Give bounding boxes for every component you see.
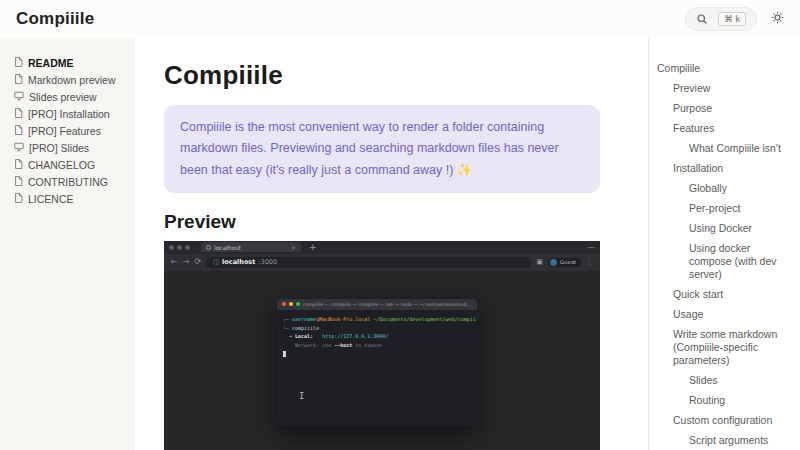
toc-item[interactable]: Purpose [657,102,792,115]
file-icon [14,57,23,69]
toc-item[interactable]: Quick start [657,288,792,301]
forward-icon[interactable]: → [183,258,190,266]
toc-item[interactable]: Usage [657,308,792,321]
browser-viewport: compiiile — compiiile — compiiile — zsh … [164,271,600,450]
tab-close-icon[interactable]: × [291,244,296,251]
site-logo[interactable]: Compiiile [16,9,94,29]
search-icon [696,13,708,25]
table-of-contents: Compiiile Preview Purpose Features What … [648,38,800,450]
toc-item[interactable]: Features [657,122,792,135]
preview-heading: Preview [164,211,600,233]
address-bar[interactable]: ⓘ localhost:3000 [206,257,531,268]
reload-icon[interactable]: ⟳ [194,258,201,266]
toc-item[interactable]: Script arguments [657,434,792,447]
new-tab-button[interactable]: + [309,243,317,252]
browser-tab[interactable]: localhost × [201,242,301,252]
file-icon [14,108,23,120]
terminal-local-line: ➜ Local: http://127.0.0.1:3000/ [283,332,471,341]
slides-icon [14,142,24,154]
sidebar-item-label: LICENCE [28,193,74,205]
avatar-icon: 👤 [550,259,557,266]
terminal-network-line: Network: use --host to expose [283,341,471,350]
url-host: localhost [222,258,255,266]
terminal-prompt-line: ╭─ username@MacBook-Pro.local ~/Document… [283,315,471,324]
favicon-globe-icon [206,245,211,250]
search-button[interactable]: ⌘ k [685,7,757,31]
sidebar-item-contributing[interactable]: CONTRIBUTING [14,177,135,186]
sidebar-item-readme[interactable]: README [14,58,135,67]
terminal-window: compiiile — compiiile — compiiile — zsh … [277,299,477,426]
app-header: Compiiile ⌘ k [0,0,800,38]
window-minimize-icon: — [587,243,595,252]
toc-item[interactable]: Using docker compose (with dev server) [657,242,792,281]
file-sidebar: README Markdown preview Slides preview [… [0,38,135,450]
sidebar-item-label: Slides preview [29,91,97,103]
tab-title: localhost [214,244,241,251]
file-icon [14,159,23,171]
sidebar-item-label: [PRO] Features [28,125,101,137]
toc-item[interactable]: Write some markdown (Compiiile-specific … [657,328,792,367]
sun-icon [771,10,784,28]
file-icon [14,125,23,137]
terminal-body: ╭─ username@MacBook-Pro.local ~/Document… [277,310,477,364]
terminal-cursor [283,351,286,357]
site-info-icon: ⓘ [213,258,219,267]
toc-item[interactable]: Slides [657,374,792,387]
file-icon [14,176,23,188]
toc-item[interactable]: Compiiile [657,62,792,75]
toc-item[interactable]: Custom configuration [657,414,792,427]
search-shortcut-badge: ⌘ k [718,12,746,26]
sidebar-item-label: [PRO] Slides [29,142,89,154]
sidebar-item-pro-slides[interactable]: [PRO] Slides [14,143,135,152]
info-callout: Compiiile is the most convenient way to … [164,105,600,193]
toc-item[interactable]: Routing [657,394,792,407]
traffic-light-close [169,245,174,250]
page-title: Compiiile [164,60,600,91]
file-icon [14,193,23,205]
terminal-titlebar: compiiile — compiiile — compiiile — zsh … [277,299,477,310]
theme-toggle-button[interactable] [771,10,784,28]
terminal-minimize-icon [289,302,293,306]
toc-item[interactable]: Globally [657,182,792,195]
slides-icon [14,91,24,103]
terminal-close-icon [282,302,286,306]
sidebar-item-pro-features[interactable]: [PRO] Features [14,126,135,135]
toc-item[interactable]: Installation [657,162,792,175]
toc-item[interactable]: What Compiiile isn't [657,142,792,155]
sidebar-item-slides-preview[interactable]: Slides preview [14,92,135,101]
more-menu-icon[interactable]: ⋮ [586,258,593,266]
sidebar-item-licence[interactable]: LICENCE [14,194,135,203]
browser-tabstrip: localhost × + — [164,241,600,254]
terminal-cursor-line [283,350,471,359]
traffic-light-minimize [177,245,182,250]
sidebar-item-label: Markdown preview [28,74,116,86]
sidebar-item-markdown-preview[interactable]: Markdown preview [14,75,135,84]
toc-item[interactable]: Preview [657,82,792,95]
preview-screenshot: localhost × + — ← → ⟳ ⓘ localhost:3000 ▣… [164,241,600,450]
main-content: Compiiile Compiiile is the most convenie… [135,38,648,450]
sidebar-item-label: CONTRIBUTING [28,176,108,188]
profile-name: Guest [560,259,576,265]
toc-item[interactable]: Per-project [657,202,792,215]
sidebar-item-label: [PRO] Installation [28,108,110,120]
terminal-command-line: ╰─ compiiile [283,324,471,333]
sidebar-item-label: README [28,57,74,69]
terminal-zoom-icon [296,302,300,306]
profile-badge[interactable]: 👤 Guest [548,258,581,267]
toc-item[interactable]: Using Docker [657,222,792,235]
back-icon[interactable]: ← [171,258,178,266]
terminal-title: compiiile — compiiile — compiiile — zsh … [303,302,472,307]
side-panel-icon[interactable]: ▣ [536,258,543,266]
header-controls: ⌘ k [685,7,784,31]
file-icon [14,74,23,86]
url-port: :3000 [258,258,277,266]
traffic-light-zoom [185,245,190,250]
sidebar-item-pro-installation[interactable]: [PRO] Installation [14,109,135,118]
text-cursor-ibeam: I [299,391,304,401]
sidebar-item-changelog[interactable]: CHANGELOG [14,160,135,169]
sidebar-item-label: CHANGELOG [28,159,95,171]
browser-toolbar: ← → ⟳ ⓘ localhost:3000 ▣ 👤 Guest ⋮ [164,254,600,271]
